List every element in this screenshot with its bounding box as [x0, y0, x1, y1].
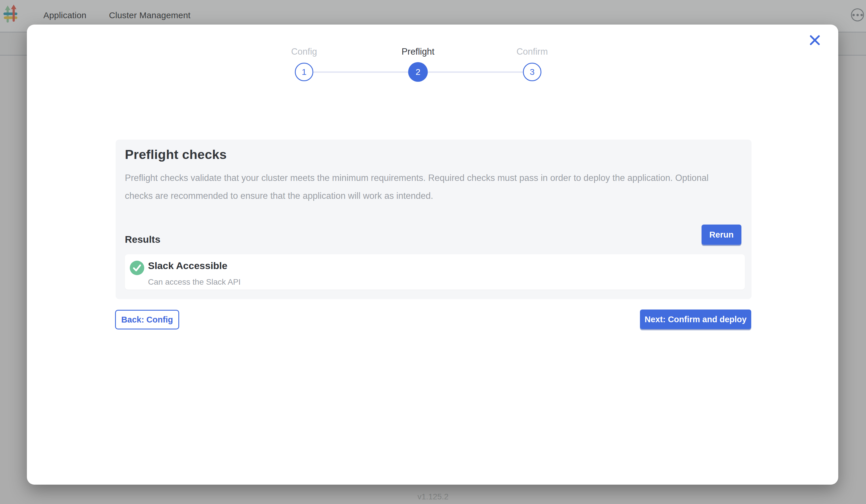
step-number: 3	[530, 67, 535, 77]
step-circle-preflight[interactable]: 2	[408, 62, 428, 82]
stepper-connector	[313, 71, 409, 73]
step-label-confirm: Confirm	[486, 46, 578, 57]
close-modal-button[interactable]	[807, 32, 823, 48]
stepper-connector	[428, 71, 523, 73]
rerun-button[interactable]: Rerun	[701, 225, 741, 245]
step-label-preflight: Preflight	[372, 46, 464, 57]
close-icon	[809, 34, 821, 46]
back-button[interactable]: Back: Config	[115, 310, 179, 329]
result-detail: Can access the Slack API	[148, 278, 241, 287]
panel-description: Preflight checks validate that your clus…	[125, 169, 733, 205]
results-heading: Results	[125, 234, 160, 245]
result-title: Slack Accessible	[148, 260, 227, 271]
panel-title: Preflight checks	[125, 147, 226, 162]
check-circle-icon	[130, 261, 144, 276]
step-circle-config[interactable]: 1	[295, 63, 313, 81]
preflight-result-row: Slack Accessible Can access the Slack AP…	[125, 254, 745, 290]
preflight-panel: Preflight checks Preflight checks valida…	[115, 139, 752, 299]
next-button[interactable]: Next: Confirm and deploy	[640, 310, 751, 329]
step-circle-confirm[interactable]: 3	[523, 63, 541, 81]
step-label-config: Config	[258, 46, 350, 57]
step-number: 1	[302, 67, 307, 77]
step-number: 2	[416, 67, 421, 77]
deploy-wizard-modal: Config Preflight Confirm 1 2 3 Preflight…	[27, 24, 838, 485]
